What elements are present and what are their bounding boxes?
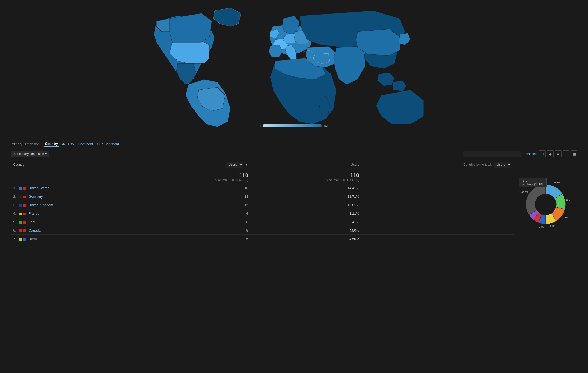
td-contrib-1 [362,192,514,201]
dim-country[interactable]: Country [44,141,59,147]
td-users-0: 16 [140,184,251,192]
map-section: 1 16+ [0,0,588,137]
flag-icon-3 [19,213,26,215]
chevron-down-icon: ▾ [45,152,47,156]
pie-label-4: 5.4% [539,225,544,228]
country-link-1[interactable]: Germany [29,195,43,199]
country-link-6[interactable]: Ukraine [29,237,40,241]
table-row: 3. United Kingdom 12 10.81% [11,201,514,209]
table-row: 7. Ukraine 5 4.50% [11,235,514,243]
list-view-button[interactable]: ≡ [555,150,562,157]
active-indicator-arrow [62,143,65,145]
pie-view-button[interactable]: ◉ [547,150,554,157]
col-contribution-header: Contribution to total: Users [362,159,514,170]
contribution-label: Contribution to total: [463,163,492,167]
td-contrib-0 [362,184,514,192]
pie-segment-7[interactable] [526,185,546,215]
td-country-5: 6. Canada [11,226,140,235]
country-link-4[interactable]: Italy [29,220,35,224]
flag-icon-6 [19,238,26,241]
total-users-sub: % of Total: 100.00% (110) [143,178,248,182]
col-users2-header: Users [251,159,362,170]
pie-label-7: 30.6% [521,191,528,194]
legend-min: 1 [260,124,261,127]
users-metric-dropdown[interactable]: Users [226,162,243,168]
grid-view-button[interactable]: ⊞ [539,150,546,157]
country-link-0[interactable]: United States [29,186,49,190]
total-users-count: 110 [143,172,248,178]
td-pct-3: 8.11% [251,209,362,218]
total-users2-count: 110 [254,172,359,178]
pie-label-0: 14.4% [554,181,561,184]
pie-tooltip-title: Other [522,179,544,183]
table-row: 1. United States 16 14.41% [11,184,514,192]
flag-icon-2 [19,204,26,207]
td-users-6: 5 [140,235,251,243]
secondary-dimension-button[interactable]: Secondary dimension ▾ [11,151,49,157]
table-body: 1. United States 16 14.41% 2. Germany 13… [11,184,514,243]
secondary-dim-label: Secondary dimension [13,152,44,156]
map-legend: 1 16+ [260,124,329,127]
td-country-1: 2. Germany [11,192,140,201]
flag-icon-4 [19,221,26,224]
country-link-5[interactable]: Canada [29,228,41,232]
totals-contrib-empty [362,170,514,184]
total-users2-cell: 110 % of Total: 100.00% (110) [251,170,362,184]
row-num-2: 3. [13,203,16,207]
col-users-header: Users ▼ [140,159,251,170]
pie-chart-section: Other 34 Users (30.6%) 14.4%11.7%10.8%8.… [519,175,577,243]
sort-arrow-icon[interactable]: ▼ [245,163,248,167]
world-map [135,5,453,132]
country-link-3[interactable]: France [29,211,39,215]
row-num-3: 4. [13,211,16,215]
td-pct-4: 5.41% [251,218,362,226]
pivot-view-button[interactable]: ▦ [571,150,577,157]
country-data-table: Country Users ▼ Users Contribution to to… [11,159,514,243]
secondary-dimension-row: Secondary dimension ▾ advanced ⊞ ◉ ≡ ⊟ ▦ [0,148,588,159]
td-users-4: 6 [140,218,251,226]
total-users-cell: 110 % of Total: 100.00% (110) [140,170,251,184]
td-pct-6: 4.50% [251,235,362,243]
flag-icon-5 [19,229,26,232]
row-num-6: 7. [13,237,16,241]
row-num-0: 1. [13,186,16,190]
td-country-3: 4. France [11,209,140,218]
flag-icon-1 [19,196,26,198]
totals-row: 110 % of Total: 100.00% (110) 110 % of T… [11,170,514,184]
dim-sub-continent[interactable]: Sub Continent [96,141,120,146]
td-users-2: 12 [140,201,251,209]
dim-city[interactable]: City [67,141,75,146]
td-users-5: 5 [140,226,251,235]
compare-view-button[interactable]: ⊟ [563,150,569,157]
contribution-dropdown[interactable]: Users [494,162,511,168]
flag-icon-0 [19,187,26,190]
search-area: advanced ⊞ ◉ ≡ ⊟ ▦ [463,150,577,157]
row-num-1: 2. [13,195,16,199]
td-contrib-4 [362,218,514,226]
pie-tooltip-value: 34 Users (30.6%) [522,183,544,186]
pie-label-2: 10.8% [562,216,568,219]
pie-label-3: 8.1% [550,225,555,228]
td-country-6: 7. Ukraine [11,235,140,243]
pie-tooltip: Other 34 Users (30.6%) [519,178,547,187]
pie-label-1: 11.7% [566,199,572,201]
td-contrib-2 [362,201,514,209]
search-input[interactable] [463,151,521,157]
map-svg-container: 1 16+ [135,5,453,132]
country-link-2[interactable]: United Kingdom [29,203,53,207]
dim-continent[interactable]: Continent [77,141,94,146]
table-row: 6. Canada 5 4.50% [11,226,514,235]
td-contrib-5 [362,226,514,235]
td-users-1: 13 [140,192,251,201]
td-users-3: 9 [140,209,251,218]
table-row: 5. Italy 6 5.41% [11,218,514,226]
td-contrib-6 [362,235,514,243]
table-header-row: Country Users ▼ Users Contribution to to… [11,159,514,170]
advanced-link[interactable]: advanced [523,152,537,156]
td-country-4: 5. Italy [11,218,140,226]
td-pct-2: 10.81% [251,201,362,209]
data-section: Country Users ▼ Users Contribution to to… [0,159,588,243]
legend-gradient-bar [263,124,322,127]
table-row: 4. France 9 8.11% [11,209,514,218]
view-icon-group: ⊞ ◉ ≡ ⊟ ▦ [539,150,577,157]
